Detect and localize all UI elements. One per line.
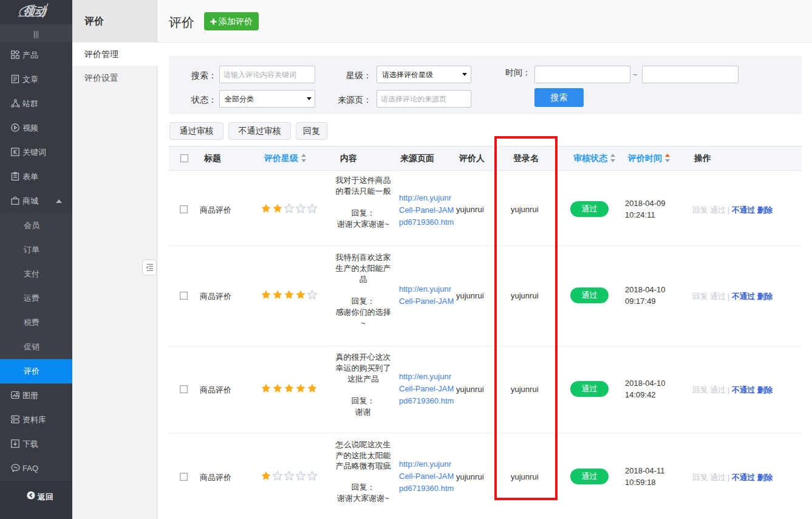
svg-text:领动: 领动 [22,5,48,18]
